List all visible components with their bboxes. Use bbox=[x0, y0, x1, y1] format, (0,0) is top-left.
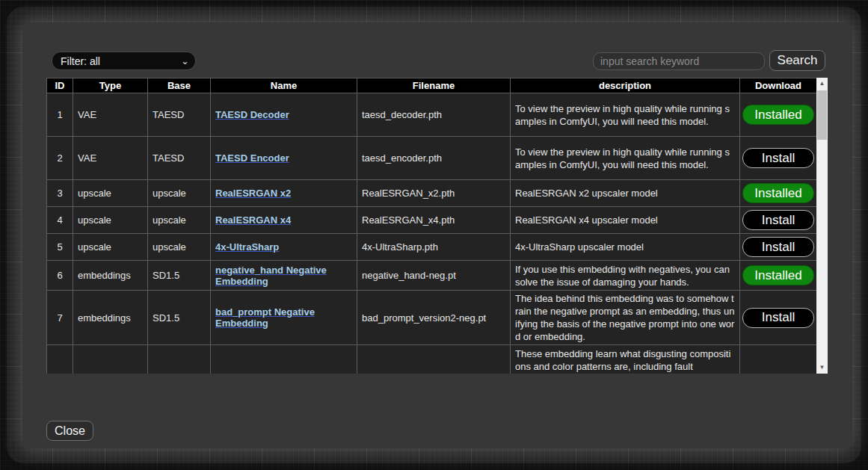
model-name-link[interactable]: negative_hand Negative Embedding bbox=[215, 265, 327, 287]
close-button[interactable]: Close bbox=[46, 421, 93, 441]
scroll-up-icon[interactable]: ▲ bbox=[816, 78, 828, 90]
cell-download: Install bbox=[740, 234, 817, 261]
cell-description: RealESRGAN x2 upscaler model bbox=[511, 180, 740, 207]
model-name-link[interactable]: 4x-UltraSharp bbox=[215, 241, 279, 253]
installed-button[interactable]: Installed bbox=[742, 105, 814, 125]
model-name-link[interactable]: bad_prompt Negative Embedding bbox=[215, 306, 315, 329]
cell-download bbox=[740, 345, 817, 374]
cell-base bbox=[148, 345, 211, 374]
column-header-id: ID bbox=[47, 78, 73, 93]
table-row: 2VAETAESDTAESD Encodertaesd_encoder.pthT… bbox=[47, 137, 817, 180]
cell-type: upscale bbox=[73, 207, 148, 234]
installed-button[interactable]: Installed bbox=[742, 265, 814, 285]
cell-filename: taesd_encoder.pth bbox=[357, 137, 511, 180]
cell-type: VAE bbox=[73, 137, 148, 180]
cell-filename: RealESRGAN_x4.pth bbox=[357, 207, 511, 234]
model-name-link[interactable]: TAESD Decoder bbox=[215, 109, 289, 120]
cell-download: Installed bbox=[740, 93, 817, 137]
cell-description: If you use this embedding with negatives… bbox=[511, 261, 740, 291]
cell-id: 5 bbox=[47, 234, 73, 261]
cell-description: To view the preview in high quality whil… bbox=[511, 93, 740, 137]
cell-name: bad_prompt Negative Embedding bbox=[211, 291, 357, 345]
cell-id: 7 bbox=[47, 291, 73, 345]
cell-id: 3 bbox=[47, 180, 73, 207]
cell-filename: bad_prompt_version2-neg.pt bbox=[357, 291, 511, 345]
install-button[interactable]: Install bbox=[742, 148, 814, 168]
cell-description: 4x-UltraSharp upscaler model bbox=[511, 234, 740, 261]
cell-name: RealESRGAN x4 bbox=[211, 207, 357, 234]
cell-base: upscale bbox=[148, 207, 211, 234]
table-row: 4upscaleupscaleRealESRGAN x4RealESRGAN_x… bbox=[47, 207, 817, 234]
models-table-zone: IDTypeBaseNameFilenamedescriptionDownloa… bbox=[46, 78, 828, 374]
cell-type bbox=[73, 345, 148, 374]
cell-filename: negative_hand-neg.pt bbox=[357, 261, 511, 291]
install-button[interactable]: Install bbox=[742, 210, 814, 230]
cell-download: Install bbox=[740, 137, 817, 180]
cell-description: The idea behind this embedding was to so… bbox=[511, 291, 740, 345]
cell-filename: taesd_decoder.pth bbox=[357, 93, 511, 137]
cell-type: upscale bbox=[73, 180, 148, 207]
cell-base: upscale bbox=[148, 180, 211, 207]
install-models-dialog: Filter: all ⌄ Search IDTypeBaseNameFilen… bbox=[22, 22, 852, 448]
cell-description: RealESRGAN x4 upscaler model bbox=[511, 207, 740, 234]
cell-base: SD1.5 bbox=[148, 291, 211, 345]
search-button[interactable]: Search bbox=[769, 50, 825, 71]
cell-type: VAE bbox=[73, 93, 148, 137]
cell-name: RealESRGAN x2 bbox=[211, 180, 357, 207]
cell-description: These embedding learn what disgusting co… bbox=[511, 345, 740, 374]
column-header-base: Base bbox=[148, 78, 211, 93]
table-row: 1VAETAESDTAESD Decodertaesd_decoder.pthT… bbox=[47, 93, 817, 137]
column-header-filename: Filename bbox=[357, 78, 511, 93]
cell-base: SD1.5 bbox=[148, 261, 211, 291]
model-name-link[interactable]: RealESRGAN x2 bbox=[215, 188, 291, 199]
column-header-name: Name bbox=[211, 78, 357, 93]
table-row: These embedding learn what disgusting co… bbox=[47, 345, 817, 374]
cell-name: negative_hand Negative Embedding bbox=[211, 261, 357, 291]
table-scrollbar[interactable]: ▲ ▼ bbox=[816, 78, 828, 374]
cell-base: TAESD bbox=[148, 137, 211, 180]
cell-id: 1 bbox=[47, 93, 73, 137]
cell-id: 4 bbox=[47, 207, 73, 234]
search-input[interactable] bbox=[593, 52, 765, 70]
filter-dropdown[interactable]: Filter: all bbox=[52, 52, 196, 70]
column-header-description: description bbox=[511, 78, 740, 93]
cell-name: TAESD Decoder bbox=[211, 93, 357, 137]
table-row: 5upscaleupscale4x-UltraSharp4x-UltraShar… bbox=[47, 234, 817, 261]
cell-base: TAESD bbox=[148, 93, 211, 137]
install-button[interactable]: Install bbox=[742, 308, 814, 328]
cell-download: Install bbox=[740, 291, 817, 345]
models-table: IDTypeBaseNameFilenamedescriptionDownloa… bbox=[46, 78, 816, 374]
install-button[interactable]: Install bbox=[742, 237, 814, 257]
table-row: 7embeddingsSD1.5bad_prompt Negative Embe… bbox=[47, 291, 817, 345]
cell-name bbox=[211, 345, 357, 374]
cell-base: upscale bbox=[148, 234, 211, 261]
model-name-link[interactable]: RealESRGAN x4 bbox=[215, 214, 291, 226]
scroll-down-icon[interactable]: ▼ bbox=[816, 362, 828, 374]
cell-description: To view the preview in high quality whil… bbox=[511, 137, 740, 180]
table-header-row: IDTypeBaseNameFilenamedescriptionDownloa… bbox=[47, 78, 817, 93]
cell-download: Installed bbox=[740, 180, 817, 207]
cell-name: TAESD Encoder bbox=[211, 137, 357, 180]
cell-download: Installed bbox=[740, 261, 817, 291]
cell-filename: RealESRGAN_x2.pth bbox=[357, 180, 511, 207]
scrollbar-thumb[interactable] bbox=[817, 90, 827, 140]
column-header-type: Type bbox=[73, 78, 148, 93]
cell-id: 6 bbox=[47, 261, 73, 291]
cell-id: 2 bbox=[47, 137, 73, 180]
cell-name: 4x-UltraSharp bbox=[211, 234, 357, 261]
cell-id bbox=[47, 345, 73, 374]
filter-dropdown-wrap: Filter: all ⌄ bbox=[52, 52, 196, 70]
cell-download: Install bbox=[740, 207, 817, 234]
cell-filename bbox=[357, 345, 511, 374]
cell-type: embeddings bbox=[73, 261, 148, 291]
installed-button[interactable]: Installed bbox=[742, 183, 814, 203]
table-row: 6embeddingsSD1.5negative_hand Negative E… bbox=[47, 261, 817, 291]
cell-filename: 4x-UltraSharp.pth bbox=[357, 234, 511, 261]
cell-type: embeddings bbox=[73, 291, 148, 345]
column-header-download: Download bbox=[740, 78, 817, 93]
model-name-link[interactable]: TAESD Encoder bbox=[215, 152, 289, 164]
cell-type: upscale bbox=[73, 234, 148, 261]
table-row: 3upscaleupscaleRealESRGAN x2RealESRGAN_x… bbox=[47, 180, 817, 207]
models-table-scroll-area[interactable]: IDTypeBaseNameFilenamedescriptionDownloa… bbox=[46, 78, 816, 374]
